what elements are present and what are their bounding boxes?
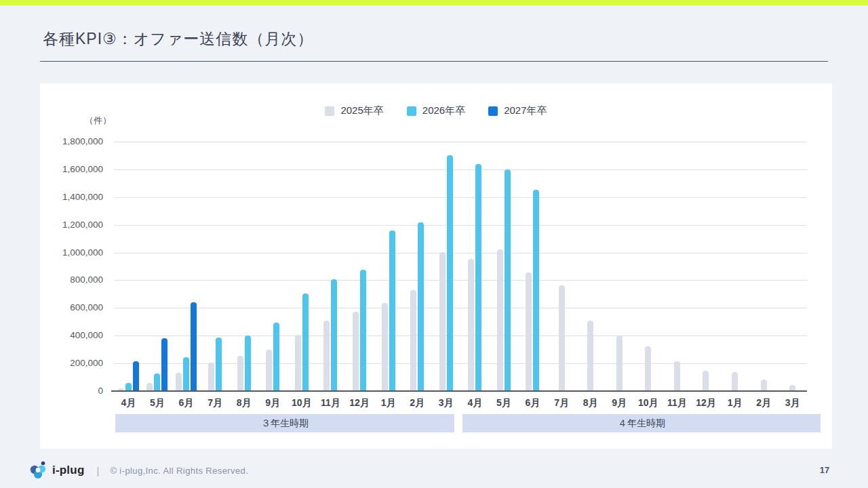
gridline — [114, 169, 807, 170]
legend-label: 2025年卒 — [340, 104, 383, 117]
bar — [295, 335, 301, 391]
y-axis-tick-label: 600,000 — [40, 302, 103, 312]
bar — [497, 249, 503, 391]
x-axis-tick-label: 4月 — [114, 397, 143, 409]
y-axis-tick-label: 200,000 — [40, 358, 103, 368]
footer: i-plug | © i-plug,Inc. All Rights Reserv… — [28, 459, 248, 482]
bar — [208, 363, 214, 391]
y-axis-tick-label: 1,000,000 — [40, 247, 103, 258]
x-axis-tick-label: 7月 — [201, 397, 230, 409]
bar — [273, 323, 279, 391]
page-title: 各種KPI③：オファー送信数（月次） — [43, 28, 313, 49]
period-band: ３年生時期 — [115, 414, 454, 432]
y-axis-tick-label: 1,600,000 — [40, 164, 103, 174]
bar — [505, 169, 511, 391]
logo-wordmark: i-plug — [52, 464, 84, 477]
period-band: ４年生時期 — [462, 414, 821, 432]
bar — [526, 272, 532, 391]
x-axis-tick-label: 1月 — [374, 397, 403, 409]
legend-swatch-icon — [488, 106, 498, 116]
bar — [237, 356, 243, 391]
x-axis-tick-label: 8月 — [229, 397, 258, 409]
bar — [732, 372, 738, 391]
bar — [302, 293, 309, 391]
gridline — [114, 142, 807, 142]
x-axis-tick-label: 7月 — [547, 397, 576, 409]
bar — [674, 361, 680, 391]
bar — [439, 252, 446, 391]
page-number: 17 — [811, 465, 838, 475]
bar — [703, 371, 709, 391]
y-axis-tick-label: 1,400,000 — [40, 192, 103, 202]
bar — [389, 230, 395, 391]
x-axis-tick-label: 9月 — [605, 397, 634, 409]
gridline — [114, 225, 807, 226]
bar — [616, 336, 623, 391]
i-plug-logo-icon — [28, 460, 49, 481]
x-axis-tick-label: 9月 — [258, 397, 288, 409]
bar — [266, 350, 272, 391]
y-axis-tick-label: 0 — [40, 386, 103, 396]
legend-label: 2027年卒 — [504, 104, 547, 117]
x-axis-tick-label: 12月 — [345, 397, 374, 409]
top-accent-bar — [0, 0, 868, 5]
legend-item: 2027年卒 — [488, 104, 547, 117]
x-axis-tick-label: 2月 — [749, 397, 778, 409]
bar — [154, 373, 160, 391]
legend-label: 2026年卒 — [422, 104, 465, 117]
x-axis-tick-label: 1月 — [720, 397, 749, 409]
bar — [559, 285, 565, 391]
x-axis-tick-label: 8月 — [576, 397, 605, 409]
bar — [468, 259, 474, 391]
bar — [133, 361, 139, 391]
x-axis-tick-label: 12月 — [692, 397, 721, 409]
gridline — [114, 253, 807, 253]
bar — [761, 380, 767, 391]
bar — [323, 321, 330, 391]
bar — [353, 312, 359, 391]
legend-item: 2025年卒 — [325, 104, 383, 117]
gridline — [114, 308, 807, 308]
bar — [410, 290, 416, 391]
x-axis-tick-label: 11月 — [663, 397, 692, 409]
bar — [645, 346, 651, 391]
bar — [382, 303, 388, 391]
gridline — [114, 280, 807, 281]
x-axis-tick-label: 4月 — [460, 397, 490, 409]
y-axis-tick-label: 400,000 — [40, 330, 103, 340]
x-axis-tick-label: 11月 — [316, 397, 345, 409]
x-axis-line — [111, 390, 807, 392]
x-axis-tick-label: 6月 — [172, 397, 201, 409]
chart-card: 2025年卒2026年卒2027年卒 （件） 0200,000400,00060… — [40, 83, 832, 449]
bar — [331, 279, 337, 391]
copyright-text: © i-plug,Inc. All Rights Reserved. — [110, 466, 248, 476]
bar — [161, 338, 167, 391]
x-axis-tick-label: 2月 — [403, 397, 432, 409]
y-axis-tick-label: 1,200,000 — [40, 220, 103, 230]
bar — [360, 270, 366, 391]
bar — [418, 222, 424, 391]
gridline — [114, 197, 807, 198]
y-axis-unit-label: （件） — [85, 115, 111, 127]
legend-item: 2026年卒 — [407, 104, 465, 117]
bar — [176, 373, 182, 391]
bar — [216, 338, 222, 391]
x-axis-tick-label: 6月 — [518, 397, 547, 409]
bar — [447, 155, 453, 391]
bar — [587, 321, 593, 391]
x-axis-tick-label: 5月 — [490, 397, 519, 409]
bar — [475, 164, 481, 391]
y-axis-tick-label: 800,000 — [40, 274, 103, 285]
y-axis-tick-label: 1,800,000 — [40, 136, 103, 146]
title-divider — [40, 61, 828, 62]
legend-swatch-icon — [325, 106, 334, 116]
x-axis-tick-label: 3月 — [778, 397, 807, 409]
x-axis-tick-label: 10月 — [634, 397, 663, 409]
bar — [533, 190, 539, 391]
footer-divider: | — [96, 465, 99, 476]
gridline — [114, 336, 807, 336]
x-axis-tick-label: 3月 — [431, 397, 460, 409]
bar — [245, 336, 251, 391]
x-axis-tick-label: 10月 — [288, 397, 317, 409]
bar — [183, 357, 189, 391]
